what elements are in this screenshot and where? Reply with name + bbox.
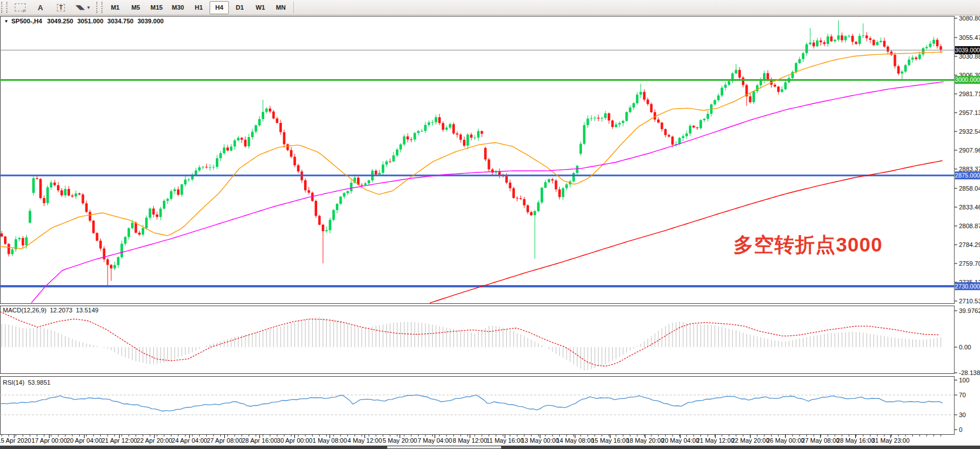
candle bbox=[452, 122, 454, 135]
time-axis-label: 31 May 23:00 bbox=[872, 437, 910, 444]
macd-panel-plot[interactable] bbox=[1, 306, 955, 374]
candle bbox=[39, 178, 42, 200]
quote-line: SP500-,H43049.2503051.0003034.7503039.00… bbox=[11, 18, 163, 24]
time-axis-label: 20 May 04:00 bbox=[661, 437, 699, 444]
arrows-icon: ◥◣ bbox=[76, 5, 84, 10]
macd-label: MACD(12,26,9)12.207313.5149 bbox=[3, 307, 99, 314]
time-axis-label: 21 May 12:00 bbox=[696, 437, 735, 444]
timeframe-button-w1[interactable]: W1 bbox=[251, 1, 270, 14]
price-axis-label: 2907.960 bbox=[959, 147, 980, 154]
price-badge-label: 3000.000 bbox=[955, 76, 980, 83]
time-axis-label: 27 Apr 08:00 bbox=[207, 437, 242, 444]
price-axis-label: 2710.535 bbox=[959, 298, 980, 304]
horizontal-scrollbar-thumb[interactable] bbox=[387, 446, 501, 448]
price-axis-label: 2759.705 bbox=[959, 260, 980, 267]
symbol-dropdown-icon[interactable]: ▼ bbox=[4, 19, 9, 24]
price-axis-label: 2981.715 bbox=[959, 90, 980, 97]
toolbar: F A T ◥◣ ▼ M1M5M15M30H1H4D1W1MN bbox=[0, 0, 980, 15]
time-axis-label: 15 Apr 2020 bbox=[0, 437, 31, 444]
time-axis-label: 22 May 20:00 bbox=[731, 437, 769, 444]
annotation-text[interactable]: 多空转折点3000 bbox=[733, 233, 883, 256]
time-axis-label: 30 Apr 00:00 bbox=[277, 437, 312, 444]
chart-area[interactable]: 3080.8003055.4703030.8853006.3002981.715… bbox=[0, 0, 980, 449]
candle bbox=[32, 175, 35, 196]
chevron-down-icon: ▼ bbox=[86, 5, 91, 10]
price-axis-label: 2932.545 bbox=[959, 128, 980, 135]
timeframe-button-group: M1M5M15M30H1H4D1W1MN bbox=[105, 1, 291, 14]
price-badge-label: 3039.000 bbox=[955, 47, 980, 53]
candle bbox=[752, 90, 755, 104]
time-axis-label: 21 Apr 12:00 bbox=[101, 437, 137, 444]
indicator-drop-button[interactable]: F bbox=[10, 1, 30, 14]
arrows-tool-button[interactable]: ◥◣ ▼ bbox=[72, 1, 95, 14]
timeframe-button-m5[interactable]: M5 bbox=[126, 1, 145, 14]
candle bbox=[81, 193, 84, 205]
price-axis-label: 3055.470 bbox=[959, 34, 980, 41]
candle bbox=[893, 52, 896, 68]
time-axis: 15 Apr 202017 Apr 00:0020 Apr 04:0021 Ap… bbox=[0, 435, 941, 444]
candle bbox=[583, 122, 585, 145]
candle bbox=[92, 220, 95, 234]
toolbar-drag-grip[interactable] bbox=[1, 2, 7, 13]
time-axis-label: 5 May 20:00 bbox=[383, 437, 417, 444]
time-axis-label: 4 May 12:00 bbox=[347, 437, 382, 444]
rsi-panel-plot[interactable] bbox=[1, 377, 955, 435]
timeframe-button-m1[interactable]: M1 bbox=[105, 1, 125, 14]
time-axis-label: 13 May 00:00 bbox=[521, 437, 559, 444]
time-axis-label: 17 Apr 00:00 bbox=[31, 437, 67, 444]
candle bbox=[339, 196, 342, 205]
time-axis-label: 1 May 08:00 bbox=[313, 437, 347, 444]
candle bbox=[484, 147, 486, 162]
time-axis-label: 18 May 20:00 bbox=[626, 437, 665, 444]
time-axis-label: 14 May 08:00 bbox=[556, 437, 594, 444]
price-axis-label: 2833.460 bbox=[959, 204, 980, 211]
time-axis-label: 28 Apr 16:00 bbox=[242, 437, 277, 444]
timeframe-button-mn[interactable]: MN bbox=[271, 1, 290, 14]
text-box-button[interactable]: T bbox=[51, 1, 71, 14]
time-axis-label: 27 May 08:00 bbox=[802, 437, 840, 444]
text-box-icon: T bbox=[57, 4, 65, 11]
time-axis-label: 24 Apr 04:00 bbox=[172, 437, 207, 444]
price-axis-label: 2784.290 bbox=[959, 241, 980, 248]
time-axis-label: 28 May 16:00 bbox=[837, 437, 875, 444]
text-label-button[interactable]: A bbox=[31, 1, 50, 14]
mt4-chart-window: F A T ◥◣ ▼ M1M5M15M30H1H4D1W1MN 3080.800… bbox=[0, 0, 980, 449]
candle bbox=[512, 187, 515, 199]
price-axis: 3080.8003055.4703030.8853006.3002981.715… bbox=[954, 15, 980, 304]
rsi-axis-label: 30 bbox=[959, 411, 966, 418]
time-axis-label: 26 May 00:00 bbox=[766, 437, 805, 444]
time-axis-label: 15 May 16:00 bbox=[591, 437, 629, 444]
time-axis-label: 22 Apr 20:00 bbox=[137, 437, 172, 444]
price-axis-label: 2883.375 bbox=[959, 166, 980, 172]
indicator-drop-icon: F bbox=[15, 3, 26, 11]
time-axis-label: 20 Apr 04:00 bbox=[67, 437, 102, 444]
toolbar-separator bbox=[293, 1, 294, 14]
candle bbox=[4, 236, 6, 245]
price-badge-label: 2875.000 bbox=[955, 172, 980, 179]
timeframe-button-d1[interactable]: D1 bbox=[230, 1, 249, 14]
macd-axis-label: -28.138 bbox=[959, 369, 980, 376]
timeframe-button-m15[interactable]: M15 bbox=[146, 1, 166, 14]
candle bbox=[315, 200, 317, 218]
macd-axis-label: 0.00 bbox=[959, 344, 971, 351]
price-axis-label: 3080.800 bbox=[959, 15, 980, 22]
candle bbox=[333, 209, 335, 221]
candle bbox=[572, 172, 575, 183]
text-label-icon: A bbox=[38, 3, 43, 12]
timeframe-group-grip[interactable] bbox=[96, 2, 102, 13]
timeframe-button-m30[interactable]: M30 bbox=[168, 1, 188, 14]
candle bbox=[699, 119, 702, 129]
main-chart-plot[interactable] bbox=[1, 17, 955, 304]
candle bbox=[46, 185, 48, 205]
timeframe-button-h1[interactable]: H1 bbox=[189, 1, 208, 14]
time-axis-label: 7 May 04:00 bbox=[417, 437, 452, 444]
candle bbox=[650, 102, 653, 113]
rsi-axis-label: 70 bbox=[959, 392, 966, 398]
price-axis-label: 2858.045 bbox=[959, 185, 980, 192]
candle bbox=[318, 215, 321, 225]
rsi-axis-label: 0 bbox=[959, 426, 962, 433]
candle bbox=[540, 187, 543, 204]
macd-axis-label: 39.9762 bbox=[959, 307, 980, 314]
price-axis-label: 2808.875 bbox=[959, 223, 980, 229]
timeframe-button-h4[interactable]: H4 bbox=[210, 1, 229, 14]
